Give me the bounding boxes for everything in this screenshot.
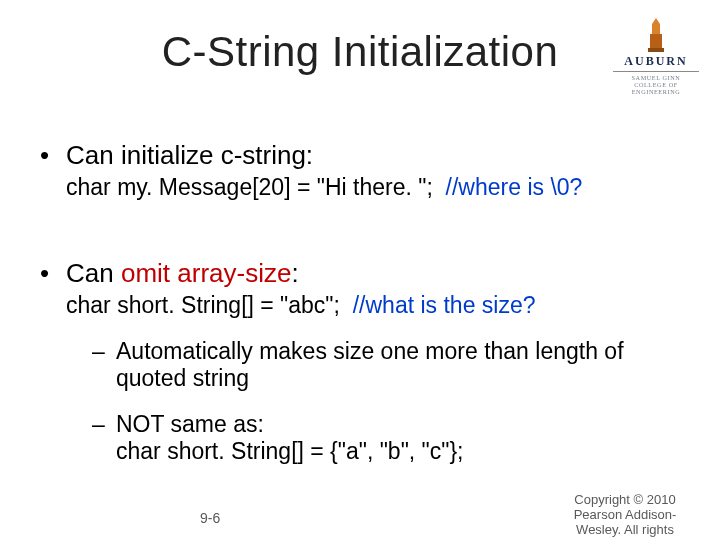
bullet-1-head: Can initialize c-string: [66,140,313,170]
code-2-text: char short. String[] = "abc"; [66,292,340,318]
logo-subtext-1: SAMUEL GINN [610,74,702,81]
page-number: 9-6 [200,510,220,526]
logo-divider [613,71,699,72]
bullet-initialize: Can initialize c-string: char my. Messag… [40,140,680,202]
subbullet-auto: Automatically makes size one more than l… [92,338,680,393]
slide: C-String Initialization AUBURN SAMUEL GI… [0,0,720,540]
subbullet-not-same-b: char short. String[] = {"a", "b", "c"}; [116,438,464,464]
svg-rect-1 [652,24,660,34]
subbullet-not-same: NOT same as: char short. String[] = {"a"… [92,411,680,466]
auburn-logo: AUBURN SAMUEL GINN COLLEGE OF ENGINEERIN… [610,18,702,95]
code-line-2: char short. String[] = "abc"; //what is … [66,291,680,320]
subbullet-not-same-a: NOT same as: [116,411,264,437]
copyright: Copyright © 2010 Pearson Addison-Wesley.… [560,493,690,538]
bullet-2-pre: Can [66,258,121,288]
tower-icon [648,18,664,52]
svg-rect-2 [650,34,662,48]
svg-marker-0 [652,18,660,24]
bullet-2-red: omit array-size [121,258,291,288]
code-2-comment: //what is the size? [353,292,536,318]
logo-text: AUBURN [610,54,702,69]
bullet-omit: Can omit array-size: char short. String[… [40,258,680,466]
bullet-2-post: : [291,258,298,288]
logo-subtext-2: COLLEGE OF ENGINEERING [610,81,702,95]
code-line-1: char my. Message[20] = "Hi there. "; //w… [66,173,680,202]
slide-body: Can initialize c-string: char my. Messag… [40,140,680,522]
code-1-comment: //where is \0? [446,174,583,200]
code-1-text: char my. Message[20] = "Hi there. "; [66,174,433,200]
svg-rect-3 [648,48,664,52]
